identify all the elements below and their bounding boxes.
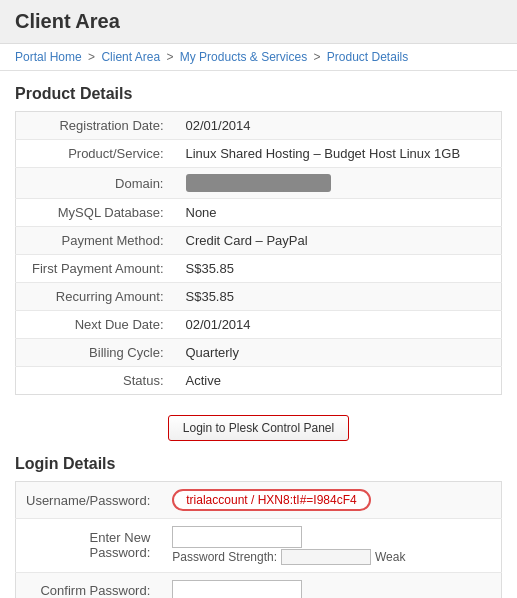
credential-display: trialaccount / HXN8:tI#=I984cF4	[172, 489, 370, 511]
table-row: First Payment Amount: S$35.85	[16, 255, 502, 283]
new-password-label: Enter New Password:	[16, 519, 163, 573]
row-value: Active	[176, 367, 502, 395]
confirm-password-row: Confirm Password:	[16, 572, 502, 598]
table-row: Status: Active	[16, 367, 502, 395]
new-password-value: Password Strength: Weak	[162, 519, 501, 573]
row-label: Status:	[16, 367, 176, 395]
login-details-table: Username/Password: trialaccount / HXN8:t…	[15, 481, 502, 598]
breadcrumb-products-services[interactable]: My Products & Services	[180, 50, 307, 64]
table-row: Registration Date: 02/01/2014	[16, 112, 502, 140]
confirm-password-input[interactable]	[172, 580, 302, 598]
row-label: Next Due Date:	[16, 311, 176, 339]
breadcrumb: Portal Home > Client Area > My Products …	[0, 44, 517, 71]
row-value: Credit Card – PayPal	[176, 227, 502, 255]
breadcrumb-product-details[interactable]: Product Details	[327, 50, 408, 64]
username-label: Username/Password:	[16, 482, 163, 519]
table-row: Payment Method: Credit Card – PayPal	[16, 227, 502, 255]
row-value: 02/01/2014	[176, 112, 502, 140]
plesk-login-button[interactable]: Login to Plesk Control Panel	[168, 415, 349, 441]
row-value: Quarterly	[176, 339, 502, 367]
row-label: Recurring Amount:	[16, 283, 176, 311]
login-details-section: Login Details Username/Password: trialac…	[15, 455, 502, 598]
row-value: Linux Shared Hosting – Budget Host Linux…	[176, 140, 502, 168]
row-value: None	[176, 199, 502, 227]
confirm-password-value	[162, 572, 501, 598]
row-label: Registration Date:	[16, 112, 176, 140]
main-content: Product Details Registration Date: 02/01…	[0, 71, 517, 598]
row-value: 02/01/2014	[176, 311, 502, 339]
row-label: Product/Service:	[16, 140, 176, 168]
product-details-table: Registration Date: 02/01/2014 Product/Se…	[15, 111, 502, 395]
username-value: trialaccount / HXN8:tI#=I984cF4	[162, 482, 501, 519]
breadcrumb-sep-1: >	[88, 50, 98, 64]
password-strength-text: Weak	[375, 550, 405, 564]
breadcrumb-client-area[interactable]: Client Area	[101, 50, 160, 64]
row-label: Domain:	[16, 168, 176, 199]
page-header: Client Area	[0, 0, 517, 44]
password-strength-label: Password Strength:	[172, 550, 277, 564]
row-value-domain: ██████████	[176, 168, 502, 199]
table-row: Product/Service: Linux Shared Hosting – …	[16, 140, 502, 168]
breadcrumb-portal-home[interactable]: Portal Home	[15, 50, 82, 64]
table-row: MySQL Database: None	[16, 199, 502, 227]
login-details-title: Login Details	[15, 455, 502, 473]
plesk-button-row: Login to Plesk Control Panel	[15, 405, 502, 449]
domain-hidden: ██████████	[186, 174, 331, 192]
product-details-title: Product Details	[15, 85, 502, 103]
password-strength-bar	[281, 549, 371, 565]
breadcrumb-sep-3: >	[314, 50, 324, 64]
row-label: Billing Cycle:	[16, 339, 176, 367]
new-password-input[interactable]	[172, 526, 302, 548]
username-password-row: Username/Password: trialaccount / HXN8:t…	[16, 482, 502, 519]
table-row: Billing Cycle: Quarterly	[16, 339, 502, 367]
table-row: Next Due Date: 02/01/2014	[16, 311, 502, 339]
new-password-row: Enter New Password: Password Strength: W…	[16, 519, 502, 573]
confirm-password-label: Confirm Password:	[16, 572, 163, 598]
row-value: S$35.85	[176, 255, 502, 283]
row-label: MySQL Database:	[16, 199, 176, 227]
breadcrumb-sep-2: >	[166, 50, 176, 64]
row-label: Payment Method:	[16, 227, 176, 255]
page-title: Client Area	[15, 10, 502, 33]
row-value: S$35.85	[176, 283, 502, 311]
table-row: Domain: ██████████	[16, 168, 502, 199]
row-label: First Payment Amount:	[16, 255, 176, 283]
table-row: Recurring Amount: S$35.85	[16, 283, 502, 311]
